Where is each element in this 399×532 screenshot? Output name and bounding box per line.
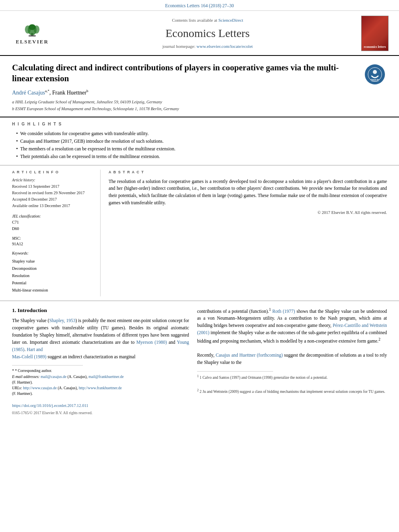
issn-text: 0165-1765/© 2017 Elsevier B.V. All right… (12, 411, 93, 415)
article-info-abstract: A R T I C L E I N F O Article history: R… (0, 166, 399, 301)
doi-footer: https://doi.org/10.1016/j.econlet.2017.1… (12, 402, 189, 416)
journal-name: Economics Letters (165, 25, 249, 41)
right-footnote-divider (197, 371, 273, 372)
abstract-label: A B S T R A C T (109, 170, 387, 175)
homepage-url[interactable]: www.elsevier.com/locate/ecolet (197, 44, 253, 49)
jel-code-2: D60 (12, 226, 94, 232)
highlights-label: H I G H L I G H T S (12, 121, 387, 127)
journal-title-area: Contents lists available at ScienceDirec… (60, 16, 355, 51)
msc-section: MSC: 91A12 (12, 236, 94, 247)
elsevier-logo: ELSEVIER (10, 21, 54, 45)
highlight-item-3: The members of a resolution can be expre… (16, 146, 387, 152)
article-info-label: A R T I C L E I N F O (12, 170, 94, 175)
affil1: a HHL Leipzig Graduate School of Managem… (12, 99, 387, 106)
casajus-link[interactable]: Casajus and Huettner (forthcoming) (216, 353, 283, 357)
journal-cover-image: economics letters (361, 16, 389, 51)
journal-citation: Economics Letters 164 (2018) 27–30 (0, 0, 399, 11)
body-right-column: contributions of a potential (function).… (197, 307, 387, 416)
shapley-link[interactable]: Shapley, 1953 (49, 318, 75, 323)
roth-link[interactable]: Roth (1977) (272, 308, 295, 313)
citation-text: Economics Letters 164 (2018) 27–30 (165, 3, 234, 8)
svg-text:updates: updates (371, 80, 378, 82)
intro-paragraph: The Shapley value (Shapley, 1953) is pro… (12, 317, 189, 360)
perez-link[interactable]: Pérez-Castrillo and Wettstein (2001) (197, 323, 387, 335)
keyword-4: Potential (12, 279, 94, 287)
corresponding-author-note: * * Corresponding author. E-mail address… (12, 368, 189, 396)
keywords-list: Shapley value Decomposition Resolution P… (12, 258, 94, 294)
journal-cover-area: economics letters (359, 16, 391, 51)
history-label: Article history: (12, 177, 94, 183)
main-body: 1. Introduction The Shapley value (Shapl… (0, 301, 399, 422)
jel-section: JEL classification: C71 D60 (12, 214, 94, 232)
available-date: Available online 13 December 2017 (12, 203, 94, 209)
jel-label: JEL classification: (12, 214, 94, 219)
highlight-item-2: Casajus and Huettner (2017, GEB) introdu… (16, 138, 387, 144)
keyword-2: Decomposition (12, 265, 94, 272)
affil2: b ESMT European School of Management and… (12, 106, 387, 113)
elsevier-branding: ELSEVIER (8, 16, 56, 51)
accepted-date: Accepted 8 December 2017 (12, 196, 94, 203)
contents-available: Contents lists available at ScienceDirec… (172, 17, 243, 23)
affiliations: a HHL Leipzig Graduate School of Managem… (12, 99, 387, 113)
intro-heading: 1. Introduction (12, 307, 189, 314)
highlight-item-4: Their potentials also can be expressed i… (16, 153, 387, 160)
svg-point-7 (373, 70, 377, 74)
paper-title: Calculating direct and indirect contribu… (12, 62, 387, 84)
highlights-list: We consider solutions for cooperative ga… (12, 130, 387, 160)
right-para2: Recently, Casajus and Huettner (forthcom… (197, 352, 387, 366)
cover-text: economics letters (364, 45, 386, 49)
keywords-label: Keywords: (12, 251, 94, 256)
msc-codes: 91A12 (12, 241, 94, 247)
url2-link[interactable]: http://www.frankhuettner.de (79, 386, 122, 390)
elsevier-wordmark: ELSEVIER (16, 38, 49, 45)
article-history: Article history: Received 13 September 2… (12, 177, 94, 209)
contents-label: Contents lists available at (172, 18, 217, 23)
keyword-3: Resolution (12, 272, 94, 279)
author1-link[interactable]: André Casajus (12, 89, 45, 95)
right-para1: contributions of a potential (function).… (197, 307, 387, 345)
highlights-section: H I G H L I G H T S We consider solution… (0, 117, 399, 166)
doi-link[interactable]: https://doi.org/10.1016/j.econlet.2017.1… (12, 403, 88, 408)
author1-super: a,* (45, 89, 49, 93)
keyword-5: Multi-linear extension (12, 287, 94, 294)
footnote-divider (12, 365, 83, 366)
article-info-column: A R T I C L E I N F O Article history: R… (12, 170, 101, 296)
myerson-link[interactable]: Myerson (1980) (136, 340, 167, 345)
url1-link[interactable]: http://www.casajus.de (23, 386, 57, 390)
highlight-item-1: We consider solutions for cooperative ga… (16, 130, 387, 137)
authors-line: André Casajusa,*, Frank Huettnerb (12, 88, 387, 97)
revised-date: Received in revised form 29 November 201… (12, 190, 94, 196)
check-circle-icon: check for updates (365, 64, 385, 84)
keyword-1: Shapley value (12, 258, 94, 265)
email2-link[interactable]: mail@frankhuettner.de (88, 375, 124, 379)
author2-super: b (86, 89, 88, 93)
left-footnotes: * * Corresponding author. E-mail address… (12, 365, 189, 396)
abstract-column: A B S T R A C T The resolution of a solu… (109, 170, 387, 296)
journal-header: ELSEVIER Contents lists available at Sci… (0, 11, 399, 56)
sciencedirect-link[interactable]: ScienceDirect (218, 18, 243, 23)
abstract-text: The resolution of a solution for coopera… (109, 178, 387, 207)
footnote-2: 2 2 Ju and Wettstein (2009) suggest a cl… (197, 388, 387, 394)
jel-code-1: C71 (12, 219, 94, 226)
author2-text: , Frank Huettner (49, 89, 86, 95)
elsevier-tree-icon (20, 21, 44, 37)
paper-title-section: Calculating direct and indirect contribu… (0, 56, 399, 117)
email1-link[interactable]: mail@casajus.de (41, 375, 66, 379)
hart-link[interactable]: Hart and (27, 347, 43, 352)
title-text: Calculating direct and indirect contribu… (12, 63, 339, 83)
body-left-column: 1. Introduction The Shapley value (Shapl… (12, 307, 189, 416)
svg-point-4 (29, 24, 35, 30)
footnote-1: 1 1 Calvo and Santos (1997) and Ortmann … (197, 374, 387, 380)
msc-label: MSC: (12, 236, 94, 241)
mascolell-link[interactable]: Mas-Colell (1989) (12, 354, 46, 359)
msc-code-1: 91A12 (12, 241, 94, 247)
copyright-line: © 2017 Elsevier B.V. All rights reserved… (109, 210, 387, 216)
svg-rect-5 (29, 35, 35, 37)
homepage-label: journal homepage: (162, 44, 195, 49)
check-updates-badge: check for updates (363, 62, 387, 86)
homepage-line: journal homepage: www.elsevier.com/locat… (162, 43, 253, 49)
jel-codes: C71 D60 (12, 219, 94, 232)
keywords-section: Keywords: Shapley value Decomposition Re… (12, 251, 94, 294)
received-date: Received 13 September 2017 (12, 183, 94, 190)
right-footnotes: 1 1 Calvo and Santos (1997) and Ortmann … (197, 371, 387, 394)
